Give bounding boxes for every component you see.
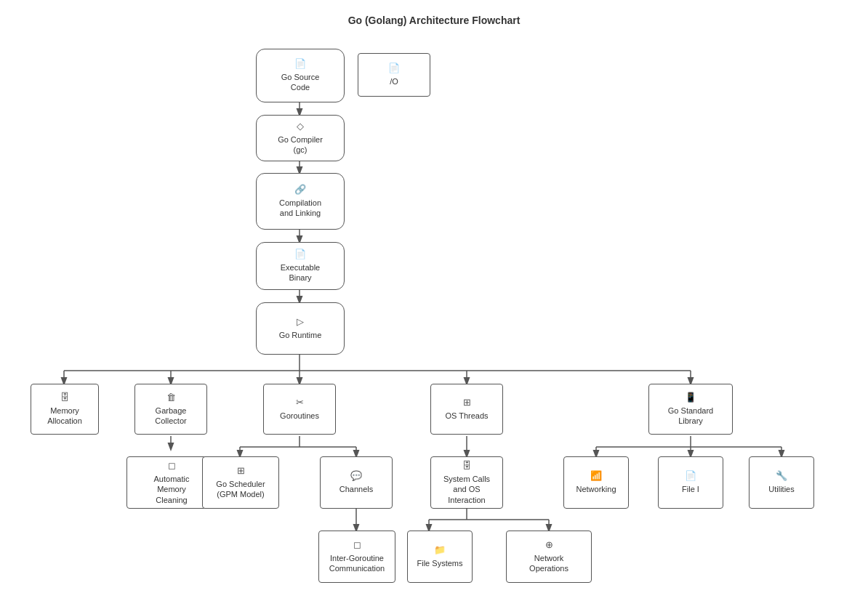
node-file-i: 📄 File I [658,456,723,509]
node-compilation: 🔗 Compilation and Linking [256,173,345,230]
os-threads-icon: ⊞ [463,397,471,409]
garbage-icon: 🗑 [166,392,176,404]
stdlib-icon: 📱 [685,392,696,404]
node-garbage-collector: 🗑 Garbage Collector [134,384,207,435]
goroutines-icon: ✂ [296,397,304,409]
node-utilities: 🔧 Utilities [749,456,814,509]
auto-memory-icon: ◻ [168,460,176,472]
go-source-icon: 📄 [294,58,306,70]
utilities-icon: 🔧 [776,470,787,483]
system-calls-icon: 🗄 [462,460,472,472]
node-go-scheduler: ⊞ Go Scheduler(GPM Model) [202,456,279,509]
inter-goroutine-icon: ◻ [353,539,361,552]
node-system-calls: 🗄 System Callsand OSInteraction [430,456,503,509]
runtime-icon: ▷ [297,316,304,328]
diagram: Go (Golang) Architecture Flowchart [0,0,868,609]
node-os-threads: ⊞ OS Threads [430,384,503,435]
node-networking: 📶 Networking [563,456,629,509]
compiler-icon: ◇ [297,121,304,133]
network-ops-icon: ⊕ [545,539,553,552]
node-file-systems: 📁 File Systems [407,531,473,583]
node-memory-allocation: 🗄 Memory Allocation [31,384,99,435]
arrows-layer [0,0,868,609]
node-goroutines: ✂ Goroutines [263,384,336,435]
scheduler-icon: ⊞ [237,465,245,477]
io-icon: 📄 [388,62,400,75]
node-executable: 📄 ExecutableBinary [256,242,345,290]
channels-icon: 💬 [350,470,362,483]
networking-icon: 📶 [590,470,602,483]
node-network-operations: ⊕ Network Operations [506,531,592,583]
node-go-compiler: ◇ Go Compiler(gc) [256,115,345,161]
file-systems-icon: 📁 [434,544,446,557]
node-go-source: 📄 Go Source Code [256,49,345,102]
node-channels: 💬 Channels [320,456,393,509]
node-go-standard-library: 📱 Go Standard Library [648,384,733,435]
node-inter-goroutine: ◻ Inter-GoroutineCommunication [318,531,395,583]
node-io: 📄 /O [358,53,430,97]
executable-icon: 📄 [294,249,306,261]
page-title: Go (Golang) Architecture Flowchart [0,15,868,26]
memory-icon: 🗄 [60,392,70,404]
compilation-icon: 🔗 [294,184,306,196]
node-go-runtime: ▷ Go Runtime [256,302,345,355]
file-i-icon: 📄 [685,470,696,483]
